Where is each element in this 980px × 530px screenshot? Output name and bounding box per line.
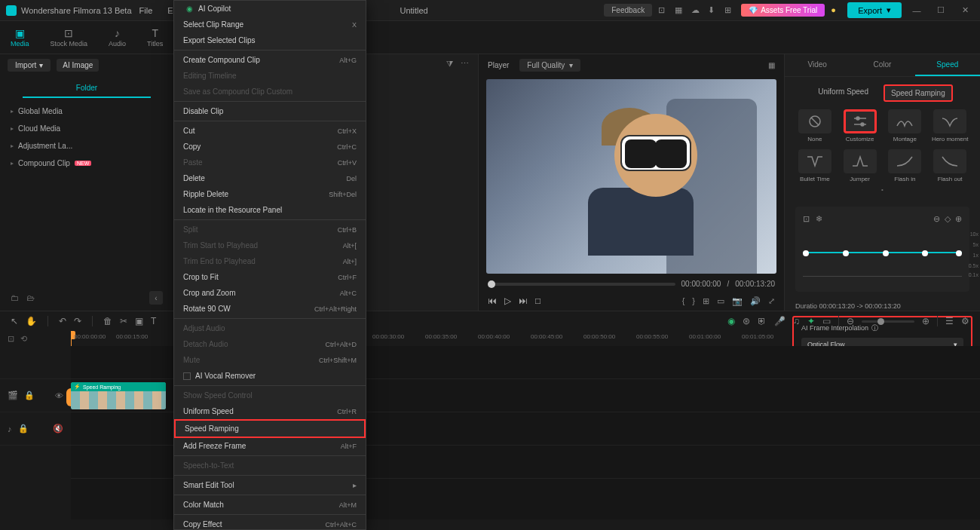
zoom-out-icon[interactable]: ⊖ bbox=[847, 316, 854, 326]
ai-image-button[interactable]: AI Image bbox=[57, 59, 99, 72]
collapse-icon[interactable]: ‹ bbox=[149, 291, 163, 305]
zoom-slider[interactable] bbox=[862, 320, 914, 323]
context-menu-item[interactable]: Crop and ZoomAlt+C bbox=[174, 285, 366, 301]
add-keyframe-icon[interactable]: ⊕ bbox=[955, 214, 962, 224]
coin-icon[interactable]: ● bbox=[831, 5, 841, 16]
split-icon[interactable]: ✂ bbox=[120, 316, 127, 326]
text-icon[interactable]: T bbox=[151, 316, 156, 326]
ratio-icon[interactable]: ⊞ bbox=[703, 296, 709, 306]
context-menu-item[interactable]: Crop to FitCtrl+F bbox=[174, 269, 366, 285]
tab-color[interactable]: Color bbox=[850, 54, 914, 76]
seek-bar[interactable] bbox=[488, 283, 675, 286]
mute-icon[interactable]: 🔇 bbox=[53, 424, 63, 433]
context-menu-item[interactable]: Color MatchAlt+M bbox=[174, 497, 366, 513]
context-menu-item[interactable]: Disable Clip bbox=[174, 103, 366, 119]
redo-icon[interactable]: ↷ bbox=[74, 316, 81, 326]
context-menu-item[interactable]: Smart Edit Tool▸ bbox=[174, 477, 366, 493]
preset-jumper[interactable]: Jumper bbox=[841, 149, 880, 183]
sidebar-item-cloud-media[interactable]: ▸Cloud Media bbox=[0, 120, 173, 137]
track-icon[interactable]: ⊡ bbox=[8, 334, 14, 344]
context-menu-item[interactable]: Ripple DeleteShift+Del bbox=[174, 186, 366, 202]
cloud-icon[interactable]: ☁ bbox=[691, 5, 702, 16]
lock-icon[interactable]: 🔒 bbox=[18, 424, 29, 433]
add-folder-icon[interactable]: 🗁 bbox=[26, 293, 35, 302]
preset-customize[interactable]: Customize bbox=[841, 109, 880, 143]
import-dropdown[interactable]: Import ▾ bbox=[8, 59, 51, 72]
play-icon[interactable]: ▷ bbox=[504, 296, 511, 306]
visibility-icon[interactable]: 👁 bbox=[55, 391, 63, 400]
folder-tab[interactable]: Folder bbox=[23, 79, 151, 98]
stop-icon[interactable]: □ bbox=[535, 296, 541, 306]
tab-titles[interactable]: TTitles bbox=[147, 27, 163, 47]
mic-icon[interactable]: 🎤 bbox=[774, 316, 786, 326]
context-menu-item[interactable]: ◉AI Copilot bbox=[174, 1, 366, 17]
undo-icon[interactable]: ↶ bbox=[59, 316, 66, 326]
context-menu-item[interactable]: Create Compound ClipAlt+G bbox=[174, 52, 366, 68]
mark-out-icon[interactable]: } bbox=[692, 296, 695, 306]
speed-icon[interactable]: ⊛ bbox=[743, 316, 750, 326]
context-menu-item[interactable]: Rotate 90 CWCtrl+Alt+Right bbox=[174, 301, 366, 317]
image-icon[interactable]: ▦ bbox=[675, 5, 685, 16]
sidebar-item-adjustment-layer[interactable]: ▸Adjustment La... bbox=[0, 137, 173, 155]
context-menu-item[interactable]: CutCtrl+X bbox=[174, 123, 366, 139]
preset-none[interactable]: None bbox=[795, 109, 835, 143]
next-frame-icon[interactable]: ⏭ bbox=[519, 296, 528, 306]
subtab-speed-ramping[interactable]: Speed Ramping bbox=[884, 84, 953, 102]
context-menu-item[interactable]: Copy EffectCtrl+Alt+C bbox=[174, 516, 366, 530]
ramp-tool-icon[interactable]: ⊡ bbox=[803, 214, 810, 224]
apps-icon[interactable]: ⊞ bbox=[724, 5, 735, 16]
tab-media[interactable]: ▣Media bbox=[11, 27, 29, 47]
settings-icon[interactable]: ⚙ bbox=[961, 316, 969, 326]
context-menu-item[interactable]: CopyCtrl+C bbox=[174, 139, 366, 155]
filter-icon[interactable]: ⧩ bbox=[446, 59, 453, 69]
quality-dropdown[interactable]: Full Quality ▾ bbox=[519, 59, 580, 72]
download-icon[interactable]: ⬇ bbox=[708, 5, 718, 16]
context-menu-item[interactable]: Export Selected Clips bbox=[174, 32, 366, 48]
list-icon[interactable]: ☰ bbox=[945, 316, 954, 326]
preset-montage[interactable]: Montage bbox=[886, 109, 925, 143]
snowflake-icon[interactable]: ❄ bbox=[816, 214, 822, 224]
marker-icon[interactable]: ▭ bbox=[822, 316, 831, 326]
subtab-uniform-speed[interactable]: Uniform Speed bbox=[812, 84, 874, 102]
remove-keyframe-icon[interactable]: ⊖ bbox=[933, 214, 940, 224]
preset-flash-in[interactable]: Flash in bbox=[886, 149, 925, 183]
context-menu-item[interactable]: Speed Ramping bbox=[174, 419, 366, 438]
context-menu-item[interactable]: AI Vocal Remover bbox=[174, 368, 366, 384]
snapshot-icon[interactable]: 📷 bbox=[732, 296, 743, 306]
magic-icon[interactable]: ✦ bbox=[807, 316, 815, 326]
assets-trial-button[interactable]: 💎 Assets Free Trial bbox=[741, 4, 825, 17]
ramp-graph-area[interactable]: ⊡ ❄ ⊖ ◇ ⊕ 10x 5x 1x 0.5x 0.1x bbox=[795, 207, 969, 292]
shield-icon[interactable]: ⛨ bbox=[758, 316, 767, 326]
context-menu-item[interactable]: DeleteDel bbox=[174, 170, 366, 186]
prev-frame-icon[interactable]: ⏮ bbox=[488, 296, 497, 306]
tab-speed[interactable]: Speed bbox=[915, 54, 980, 76]
delete-icon[interactable]: 🗑 bbox=[103, 316, 112, 326]
preset-bullet-time[interactable]: Bullet Time bbox=[795, 149, 835, 183]
audio-track-head[interactable]: ♪🔒🔇 bbox=[0, 412, 71, 446]
snapshot-icon[interactable]: ▦ bbox=[768, 61, 775, 69]
preset-hero-moment[interactable]: Hero moment bbox=[930, 109, 969, 143]
lock-icon[interactable]: 🔒 bbox=[24, 391, 35, 400]
video-track-head[interactable]: 🎬🔒👁 bbox=[0, 379, 71, 412]
preset-flash-out[interactable]: Flash out bbox=[930, 149, 969, 183]
sidebar-item-compound-clip[interactable]: ▸Compound ClipNEW bbox=[0, 155, 173, 172]
folder-icon[interactable]: 🗀 bbox=[11, 293, 19, 302]
context-menu-item[interactable]: Uniform SpeedCtrl+R bbox=[174, 403, 366, 419]
tab-audio[interactable]: ♪Audio bbox=[109, 27, 126, 47]
mark-in-icon[interactable]: { bbox=[682, 296, 685, 306]
display-mode-icon[interactable]: ▭ bbox=[717, 296, 724, 306]
sidebar-item-global-media[interactable]: ▸Global Media bbox=[0, 103, 173, 120]
context-menu-item[interactable]: Locate in the Resource Panel bbox=[174, 202, 366, 218]
export-button[interactable]: Export ▾ bbox=[847, 2, 902, 18]
zoom-in-icon[interactable]: ⊕ bbox=[922, 316, 929, 326]
keyframe-icon[interactable]: ◇ bbox=[945, 214, 951, 224]
maximize-icon[interactable]: ☐ bbox=[932, 5, 950, 15]
timeline-clip[interactable]: ⚡Speed Ramping bbox=[71, 382, 166, 409]
menu-file[interactable]: File bbox=[132, 6, 161, 15]
feedback-button[interactable]: Feedback bbox=[604, 4, 652, 17]
music-icon[interactable]: ♫ bbox=[793, 316, 800, 326]
preview-video[interactable] bbox=[486, 79, 776, 274]
display-icon[interactable]: ⊡ bbox=[658, 5, 669, 16]
tab-stock-media[interactable]: ⊡Stock Media bbox=[51, 27, 88, 47]
playhead[interactable] bbox=[71, 331, 72, 346]
